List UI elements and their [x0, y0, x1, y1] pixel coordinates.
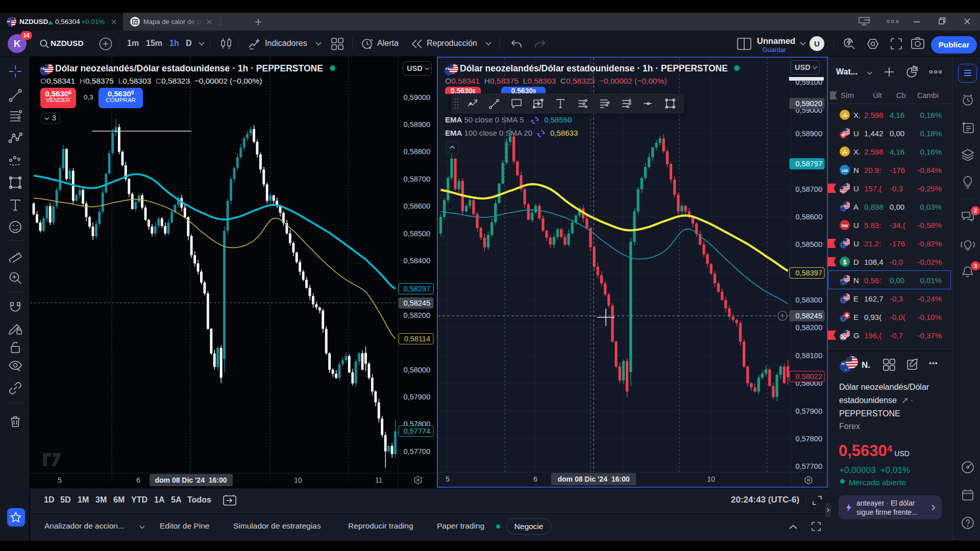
svg-text:0,58700: 0,58700	[404, 175, 430, 183]
svg-text:0,58797: 0,58797	[796, 160, 822, 168]
svg-text:0,59020: 0,59020	[796, 99, 822, 108]
svg-text:0,58300: 0,58300	[796, 296, 822, 304]
svg-text:5: 5	[58, 476, 62, 484]
svg-text:500: 500	[842, 223, 848, 228]
svg-text:0,57900: 0,57900	[796, 407, 822, 415]
svg-text:0,58245: 0,58245	[404, 299, 430, 307]
svg-text:100: 100	[842, 168, 848, 173]
svg-text:dom 08 Dic '24 16:00: dom 08 Dic '24 16:00	[557, 475, 629, 483]
svg-text:0,59100: 0,59100	[796, 78, 822, 86]
svg-text:0,58400: 0,58400	[404, 257, 430, 265]
svg-text:0,57700: 0,57700	[796, 462, 822, 470]
svg-text:0,58245: 0,58245	[796, 312, 822, 320]
svg-text:0,58022: 0,58022	[796, 372, 822, 381]
svg-text:0,58600: 0,58600	[404, 202, 430, 210]
svg-text:0,57774: 0,57774	[404, 427, 430, 435]
svg-text:6: 6	[136, 476, 140, 484]
svg-text:0,58800: 0,58800	[404, 147, 430, 156]
svg-text:11: 11	[375, 476, 383, 484]
svg-text:0,59000: 0,59000	[404, 93, 430, 102]
svg-text:0,58397: 0,58397	[796, 269, 822, 277]
svg-text:10: 10	[707, 475, 715, 483]
svg-text:0,57700: 0,57700	[404, 447, 430, 456]
svg-text:0,58297: 0,58297	[404, 285, 430, 293]
svg-text:0,58200: 0,58200	[404, 311, 430, 319]
svg-text:$: $	[843, 259, 847, 266]
svg-text:10: 10	[294, 476, 302, 484]
svg-text:0,58500: 0,58500	[796, 240, 822, 248]
svg-text:0,58500: 0,58500	[404, 230, 430, 238]
svg-text:0,57800: 0,57800	[796, 435, 822, 443]
svg-text:0,58114: 0,58114	[404, 335, 430, 343]
svg-text:0,58100: 0,58100	[796, 352, 822, 360]
svg-text:0,57900: 0,57900	[404, 393, 430, 401]
svg-text:0,58900: 0,58900	[404, 120, 430, 129]
svg-text:5: 5	[446, 475, 450, 483]
svg-text:0,58000: 0,58000	[404, 366, 430, 374]
svg-text:0,58200: 0,58200	[796, 323, 822, 332]
svg-text:0,58700: 0,58700	[796, 185, 822, 193]
svg-text:6: 6	[533, 475, 537, 483]
svg-text:0,58600: 0,58600	[796, 213, 822, 221]
svg-text:0,58900: 0,58900	[796, 130, 822, 138]
svg-text:dom 08 Dic '24 16:00: dom 08 Dic '24 16:00	[155, 476, 227, 484]
